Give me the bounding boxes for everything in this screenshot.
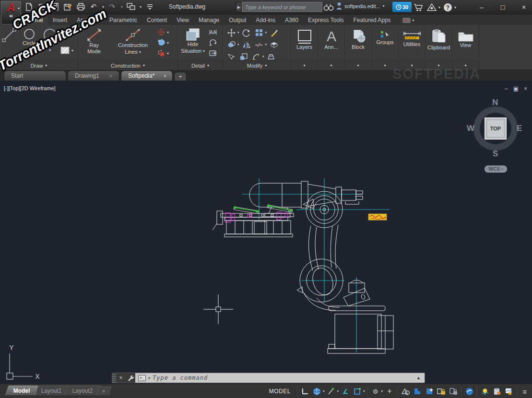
layers-button[interactable]: Layers [291, 25, 318, 50]
utilities-button[interactable]: Utilities [399, 25, 425, 47]
viewport-minimize-icon[interactable]: – [505, 85, 508, 92]
grid-display-icon[interactable] [300, 386, 310, 397]
layers-panel-footer[interactable]: ▾ [291, 60, 318, 70]
layout-tab-model[interactable]: Model [5, 386, 38, 395]
section-view-button[interactable] [209, 50, 221, 57]
viewport-close-icon[interactable]: × [524, 85, 527, 92]
annotation-button[interactable]: A Ann... [318, 25, 344, 50]
hatch-button[interactable]: ▾ [60, 47, 77, 54]
ucs-lock-icon[interactable] [448, 386, 459, 397]
rectangle-button[interactable]: ▾ [60, 31, 77, 38]
a360-icon[interactable] [427, 2, 437, 12]
clipboard-status-icon[interactable] [492, 386, 502, 397]
account-menu[interactable]: softpedia.edit... ▾ [336, 2, 385, 10]
snap-caret-icon[interactable]: ▾ [323, 389, 325, 393]
update-view-button[interactable] [209, 39, 221, 46]
undo-caret-icon[interactable]: ▾ [102, 5, 104, 9]
clipboard-panel-footer[interactable]: ▾ [426, 60, 452, 70]
search-go-icon[interactable]: ▶ [236, 2, 242, 12]
arc-button[interactable]: Arc ▾ [40, 25, 59, 60]
clipboard-button[interactable]: Clipboard [426, 25, 452, 51]
redo-icon[interactable]: ↷ [107, 2, 117, 12]
model-space-indicator[interactable]: MODEL [265, 388, 295, 395]
match-properties-button[interactable] [269, 27, 279, 38]
isolate-objects-icon[interactable] [480, 386, 490, 397]
object-snap-gear-icon[interactable]: ⚙ [370, 386, 380, 397]
viewport-restore-icon[interactable]: ▣ [513, 85, 519, 92]
explode-button[interactable] [269, 39, 279, 50]
tab-addins[interactable]: Add-ins [251, 15, 280, 25]
offset-button[interactable] [226, 39, 236, 50]
hide-situation-button[interactable]: Hide Situation ▾ [178, 25, 208, 60]
tab-output[interactable]: Output [224, 15, 251, 25]
groups-panel-footer[interactable]: ▾ [372, 60, 398, 70]
trial-days-badge[interactable]: 30 [392, 2, 412, 12]
tab-featured-apps[interactable]: Featured Apps [349, 15, 396, 25]
block-button[interactable]: Block [345, 25, 371, 50]
rotate-button[interactable] [241, 27, 252, 38]
a360-caret-icon[interactable]: ▾ [438, 5, 440, 10]
snap-tracking-icon[interactable] [326, 386, 336, 397]
array-button[interactable] [254, 27, 264, 38]
view-panel-footer[interactable]: ▾ [452, 60, 479, 70]
help-caret-icon[interactable]: ▾ [454, 5, 456, 10]
close-tab-icon[interactable]: × [109, 73, 112, 79]
add-status-plus-icon[interactable]: + [384, 386, 395, 397]
close-button[interactable]: × [520, 3, 528, 11]
tab-parametric[interactable]: Parametric [105, 15, 142, 25]
file-tab-start[interactable]: Start [4, 70, 66, 81]
wcs-selector[interactable]: WCS▾ [485, 165, 507, 173]
construction-panel-footer[interactable]: Construction▾ [78, 60, 177, 70]
circle-button[interactable]: Circle ▾ [18, 25, 40, 60]
search-binoculars-icon[interactable] [323, 2, 334, 12]
tab-content[interactable]: Content [142, 15, 172, 25]
tab-a360[interactable]: A360 [280, 15, 303, 25]
undo-icon[interactable]: ↶ [89, 2, 98, 12]
command-bar-grip[interactable] [112, 373, 116, 383]
close-tab-icon[interactable]: × [163, 73, 166, 79]
application-menu-button[interactable]: A M ▾ [1, 1, 21, 24]
drawing-canvas[interactable]: Y X [-][Top][2D Wireframe] – ▣ × N W E S… [0, 81, 532, 384]
annotation-visibility-icon[interactable] [412, 386, 423, 397]
command-wrench-icon[interactable] [126, 373, 135, 383]
centermark-button[interactable]: ▾ [157, 28, 175, 36]
isometric-drafting-icon[interactable] [352, 386, 363, 397]
plot-icon[interactable] [76, 2, 85, 12]
annotation-panel-footer[interactable]: ▾ [318, 60, 344, 70]
new-drawing-tab-button[interactable]: + [174, 72, 187, 81]
auto-scale-icon[interactable] [424, 386, 435, 397]
command-input[interactable] [153, 375, 414, 381]
annotation-scale-icon[interactable] [400, 386, 411, 397]
file-tab-drawing1[interactable]: Drawing1 × [68, 70, 119, 81]
isodraft-caret-icon[interactable]: ▾ [363, 389, 365, 393]
modify-panel-footer[interactable]: Modify▾ [223, 60, 291, 70]
point-button[interactable]: ▾ [157, 49, 175, 57]
mirror-button[interactable] [241, 39, 252, 50]
command-prompt-icon[interactable]: >_ [138, 375, 146, 381]
workspace-icon[interactable] [126, 2, 136, 12]
help-icon[interactable]: ? [443, 2, 452, 12]
tab-manage[interactable]: Manage [194, 15, 224, 25]
tab-express-tools[interactable]: Express Tools [303, 15, 348, 25]
viewcube-south[interactable]: S [493, 149, 498, 159]
open-file-icon[interactable] [37, 2, 47, 12]
maximize-button[interactable]: □ [498, 3, 507, 11]
view-button[interactable]: View [452, 25, 479, 48]
groups-button[interactable]: Groups [372, 25, 398, 46]
draw-panel-footer[interactable]: Draw▾ [0, 60, 78, 70]
tab-annotate[interactable]: Annotate [72, 15, 105, 25]
save-icon[interactable] [50, 2, 59, 12]
store-cart-icon[interactable] [414, 2, 423, 12]
annotation-view-button[interactable]: AA [209, 29, 221, 35]
gear-caret-icon[interactable]: ▾ [381, 389, 383, 393]
file-tab-softpedia[interactable]: Softpedia* × [121, 70, 173, 81]
graphics-performance-icon[interactable]: ! [504, 386, 514, 397]
viewport-controls-label[interactable]: [-][Top][2D Wireframe] [4, 85, 56, 91]
save-as-icon[interactable] [63, 2, 72, 12]
minimize-button[interactable]: – [477, 3, 486, 11]
connect-icon[interactable]: ▾ [402, 18, 414, 25]
tab-view[interactable]: View [172, 15, 194, 25]
polar-tracking-icon[interactable]: ∠ [340, 386, 351, 397]
new-file-icon[interactable] [24, 2, 34, 12]
wipeout-button[interactable]: ▾ [157, 39, 175, 47]
